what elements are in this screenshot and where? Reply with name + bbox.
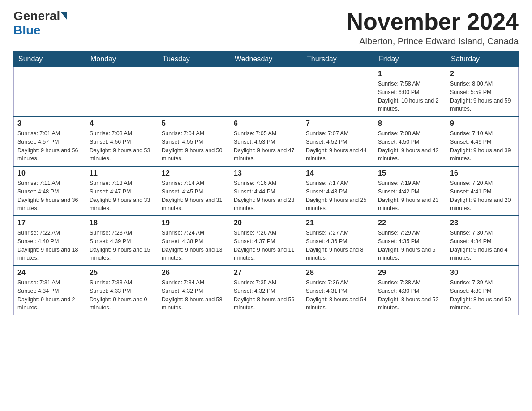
day-info: Sunrise: 7:36 AM Sunset: 4:31 PM Dayligh… [306, 278, 370, 312]
day-info: Sunrise: 7:27 AM Sunset: 4:36 PM Dayligh… [306, 229, 370, 262]
calendar-cell: 26Sunrise: 7:34 AM Sunset: 4:32 PM Dayli… [158, 265, 230, 315]
calendar-cell: 3Sunrise: 7:01 AM Sunset: 4:57 PM Daylig… [14, 116, 86, 166]
calendar-week-row: 10Sunrise: 7:11 AM Sunset: 4:48 PM Dayli… [14, 166, 519, 216]
calendar-cell: 18Sunrise: 7:23 AM Sunset: 4:39 PM Dayli… [86, 216, 158, 265]
day-number: 6 [234, 120, 298, 128]
day-info: Sunrise: 7:05 AM Sunset: 4:53 PM Dayligh… [234, 129, 298, 163]
calendar-cell: 7Sunrise: 7:07 AM Sunset: 4:52 PM Daylig… [302, 116, 374, 166]
day-info: Sunrise: 7:19 AM Sunset: 4:42 PM Dayligh… [378, 179, 442, 213]
day-info: Sunrise: 7:22 AM Sunset: 4:40 PM Dayligh… [17, 229, 82, 262]
day-info: Sunrise: 7:01 AM Sunset: 4:57 PM Dayligh… [17, 129, 82, 163]
calendar-cell [14, 67, 86, 117]
calendar-cell: 15Sunrise: 7:19 AM Sunset: 4:42 PM Dayli… [374, 166, 446, 216]
day-number: 7 [306, 120, 370, 128]
day-number: 30 [450, 269, 515, 277]
calendar-cell: 5Sunrise: 7:04 AM Sunset: 4:55 PM Daylig… [158, 116, 230, 166]
calendar-cell: 9Sunrise: 7:10 AM Sunset: 4:49 PM Daylig… [446, 116, 519, 166]
calendar-cell [230, 67, 302, 117]
day-info: Sunrise: 7:11 AM Sunset: 4:48 PM Dayligh… [17, 179, 82, 213]
logo-general-text: General [13, 9, 60, 23]
day-info: Sunrise: 7:33 AM Sunset: 4:33 PM Dayligh… [90, 278, 154, 312]
weekday-header-monday: Monday [86, 51, 158, 67]
calendar-cell: 23Sunrise: 7:30 AM Sunset: 4:34 PM Dayli… [446, 216, 519, 265]
day-info: Sunrise: 7:30 AM Sunset: 4:34 PM Dayligh… [450, 229, 515, 262]
day-number: 15 [378, 169, 442, 177]
day-info: Sunrise: 7:14 AM Sunset: 4:45 PM Dayligh… [162, 179, 226, 213]
day-number: 5 [162, 120, 226, 128]
day-number: 4 [90, 120, 154, 128]
weekday-header-friday: Friday [374, 51, 446, 67]
day-info: Sunrise: 7:26 AM Sunset: 4:37 PM Dayligh… [234, 229, 298, 262]
day-number: 21 [306, 219, 370, 227]
calendar-cell [302, 67, 374, 117]
logo: General Blue [13, 9, 68, 38]
day-info: Sunrise: 7:08 AM Sunset: 4:50 PM Dayligh… [378, 129, 442, 163]
month-title: November 2024 [347, 9, 519, 34]
calendar-cell: 17Sunrise: 7:22 AM Sunset: 4:40 PM Dayli… [14, 216, 86, 265]
day-number: 12 [162, 169, 226, 177]
calendar-cell: 21Sunrise: 7:27 AM Sunset: 4:36 PM Dayli… [302, 216, 374, 265]
day-info: Sunrise: 7:38 AM Sunset: 4:30 PM Dayligh… [378, 278, 442, 312]
weekday-header-wednesday: Wednesday [230, 51, 302, 67]
location-title: Alberton, Prince Edward Island, Canada [347, 36, 519, 47]
day-info: Sunrise: 7:16 AM Sunset: 4:44 PM Dayligh… [234, 179, 298, 213]
day-info: Sunrise: 7:20 AM Sunset: 4:41 PM Dayligh… [450, 179, 515, 213]
weekday-header-tuesday: Tuesday [158, 51, 230, 67]
day-info: Sunrise: 7:17 AM Sunset: 4:43 PM Dayligh… [306, 179, 370, 213]
calendar-week-row: 24Sunrise: 7:31 AM Sunset: 4:34 PM Dayli… [14, 265, 519, 315]
day-info: Sunrise: 7:39 AM Sunset: 4:30 PM Dayligh… [450, 278, 515, 312]
calendar-cell: 27Sunrise: 7:35 AM Sunset: 4:32 PM Dayli… [230, 265, 302, 315]
day-number: 29 [378, 269, 442, 277]
calendar-cell: 28Sunrise: 7:36 AM Sunset: 4:31 PM Dayli… [302, 265, 374, 315]
calendar-week-row: 3Sunrise: 7:01 AM Sunset: 4:57 PM Daylig… [14, 116, 519, 166]
day-number: 13 [234, 169, 298, 177]
day-number: 22 [378, 219, 442, 227]
calendar-cell: 11Sunrise: 7:13 AM Sunset: 4:47 PM Dayli… [86, 166, 158, 216]
day-number: 8 [378, 120, 442, 128]
day-info: Sunrise: 7:07 AM Sunset: 4:52 PM Dayligh… [306, 129, 370, 163]
day-number: 14 [306, 169, 370, 177]
calendar-cell: 30Sunrise: 7:39 AM Sunset: 4:30 PM Dayli… [446, 265, 519, 315]
calendar-cell: 22Sunrise: 7:29 AM Sunset: 4:35 PM Dayli… [374, 216, 446, 265]
calendar-cell: 8Sunrise: 7:08 AM Sunset: 4:50 PM Daylig… [374, 116, 446, 166]
day-number: 10 [17, 169, 82, 177]
calendar-cell [86, 67, 158, 117]
weekday-header-sunday: Sunday [14, 51, 86, 67]
day-number: 27 [234, 269, 298, 277]
day-number: 18 [90, 219, 154, 227]
day-number: 17 [17, 219, 82, 227]
day-info: Sunrise: 7:58 AM Sunset: 6:00 PM Dayligh… [378, 80, 442, 113]
calendar-week-row: 1Sunrise: 7:58 AM Sunset: 6:00 PM Daylig… [14, 67, 519, 117]
calendar-cell: 19Sunrise: 7:24 AM Sunset: 4:38 PM Dayli… [158, 216, 230, 265]
day-number: 9 [450, 120, 515, 128]
day-info: Sunrise: 7:13 AM Sunset: 4:47 PM Dayligh… [90, 179, 154, 213]
day-number: 28 [306, 269, 370, 277]
calendar-week-row: 17Sunrise: 7:22 AM Sunset: 4:40 PM Dayli… [14, 216, 519, 265]
calendar-cell: 12Sunrise: 7:14 AM Sunset: 4:45 PM Dayli… [158, 166, 230, 216]
day-info: Sunrise: 7:35 AM Sunset: 4:32 PM Dayligh… [234, 278, 298, 312]
day-info: Sunrise: 7:24 AM Sunset: 4:38 PM Dayligh… [162, 229, 226, 262]
calendar-cell: 13Sunrise: 7:16 AM Sunset: 4:44 PM Dayli… [230, 166, 302, 216]
calendar-cell: 25Sunrise: 7:33 AM Sunset: 4:33 PM Dayli… [86, 265, 158, 315]
calendar-cell: 20Sunrise: 7:26 AM Sunset: 4:37 PM Dayli… [230, 216, 302, 265]
logo-arrow-icon [61, 12, 67, 20]
calendar-cell: 29Sunrise: 7:38 AM Sunset: 4:30 PM Dayli… [374, 265, 446, 315]
day-info: Sunrise: 7:23 AM Sunset: 4:39 PM Dayligh… [90, 229, 154, 262]
day-info: Sunrise: 8:00 AM Sunset: 5:59 PM Dayligh… [450, 80, 515, 113]
day-number: 2 [450, 70, 515, 78]
logo-blue-text: Blue [13, 23, 41, 37]
weekday-header-row: SundayMondayTuesdayWednesdayThursdayFrid… [14, 51, 519, 67]
title-section: November 2024 Alberton, Prince Edward Is… [347, 9, 519, 47]
day-number: 3 [17, 120, 82, 128]
weekday-header-saturday: Saturday [446, 51, 519, 67]
page-header: General Blue November 2024 Alberton, Pri… [13, 9, 519, 47]
day-number: 19 [162, 219, 226, 227]
day-number: 23 [450, 219, 515, 227]
day-info: Sunrise: 7:34 AM Sunset: 4:32 PM Dayligh… [162, 278, 226, 312]
day-number: 1 [378, 70, 442, 78]
calendar-cell: 10Sunrise: 7:11 AM Sunset: 4:48 PM Dayli… [14, 166, 86, 216]
calendar-cell: 4Sunrise: 7:03 AM Sunset: 4:56 PM Daylig… [86, 116, 158, 166]
calendar-cell: 2Sunrise: 8:00 AM Sunset: 5:59 PM Daylig… [446, 67, 519, 117]
day-number: 24 [17, 269, 82, 277]
day-info: Sunrise: 7:10 AM Sunset: 4:49 PM Dayligh… [450, 129, 515, 163]
